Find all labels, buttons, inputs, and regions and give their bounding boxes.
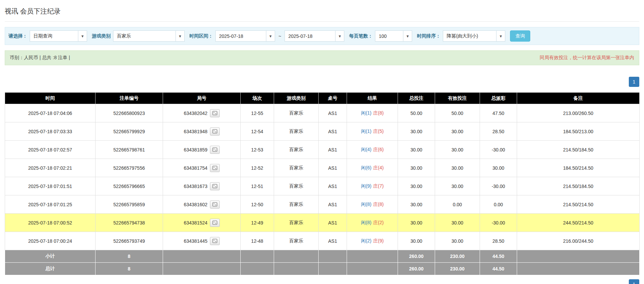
game-type-value[interactable]: 百家乐 (113, 31, 176, 41)
table-row: 2025-07-18 07:00:24 522665793749 6343814… (5, 232, 640, 250)
round-id-text: 634381859 (184, 147, 207, 152)
empty-cell (517, 263, 640, 275)
cell-result: 闲(9)庄(7) (347, 177, 398, 195)
sort-select[interactable]: 降冪(由大到小) ▼ (443, 30, 505, 42)
cell-total-bet[interactable]: 30.00 (398, 122, 435, 141)
cell-round-id: 634381602 (163, 195, 241, 214)
header-result: 结果 (347, 93, 398, 104)
cell-total-bet[interactable]: 30.00 (398, 159, 435, 177)
game-type-select[interactable]: 百家乐 ▼ (113, 30, 185, 42)
cell-table-no: AS1 (319, 232, 347, 250)
filter-group-sort: 时间排序： 降冪(由大到小) ▼ (417, 30, 505, 42)
result-banker: 庄(7) (373, 183, 384, 189)
page-size-select[interactable]: 100 ▼ (375, 30, 412, 42)
cell-remark: 216.00/244.50 (517, 232, 640, 250)
cell-total-bet[interactable]: 30.00 (398, 195, 435, 214)
dice-icon (212, 111, 217, 115)
chevron-down-icon[interactable]: ▼ (266, 31, 275, 41)
cell-remark: 244.50/214.50 (517, 214, 640, 232)
cell-bet-id: 522665793749 (96, 232, 163, 250)
dice-icon (212, 202, 217, 207)
filter-group-query-type: 请选择： 日期查询 ▼ (8, 30, 87, 42)
dice-icon (212, 147, 217, 152)
result-player: 闲(1) (361, 128, 371, 134)
query-type-select[interactable]: 日期查询 ▼ (30, 30, 87, 42)
round-replay-button[interactable] (210, 182, 220, 190)
header-remark: 备注 (517, 93, 640, 104)
dice-icon (212, 184, 217, 188)
cell-time: 2025-07-18 07:04:06 (5, 104, 96, 122)
cell-round-id: 634381754 (163, 159, 241, 177)
cell-table-no: AS1 (319, 141, 347, 159)
chevron-down-icon[interactable]: ▼ (176, 31, 184, 41)
cell-total-bet[interactable]: 30.00 (398, 141, 435, 159)
page-button-1[interactable]: 1 (629, 77, 639, 87)
chevron-down-icon[interactable]: ▼ (403, 31, 412, 41)
cell-table-no: AS1 (319, 104, 347, 122)
result-banker: 庄(8) (373, 110, 384, 116)
round-replay-button[interactable] (210, 219, 220, 227)
cell-valid-bet: 30.00 (435, 232, 480, 250)
summary-bar: 币别：人民币 | 总共 :8 注单 | 同局有效投注，统一计算在该局第一张注单内 (5, 50, 639, 65)
empty-cell (241, 263, 274, 275)
cell-total-bet[interactable]: 30.00 (398, 177, 435, 195)
cell-bet-id: 522665798761 (96, 141, 163, 159)
cell-session: 12-54 (241, 122, 274, 141)
search-button[interactable]: 查询 (510, 30, 530, 42)
cell-payout: 30.00 (480, 159, 517, 177)
round-replay-button[interactable] (210, 127, 220, 136)
date-from-value[interactable]: 2025-07-18 (216, 31, 266, 41)
cell-result: 闲(8)庄(8) (347, 195, 398, 214)
round-id-text: 634382042 (184, 111, 207, 116)
query-type-value[interactable]: 日期查询 (30, 31, 78, 41)
cell-time: 2025-07-18 07:01:25 (5, 195, 96, 214)
cell-bet-id: 522665799929 (96, 122, 163, 141)
subtotal-label: 小计 (5, 250, 96, 263)
table-row: 2025-07-18 07:01:51 522665796665 6343816… (5, 177, 640, 195)
chevron-down-icon[interactable]: ▼ (496, 31, 505, 41)
cell-result: 闲(8)庄(2) (347, 214, 398, 232)
subtotal-count: 8 (96, 250, 163, 263)
cell-table-no: AS1 (319, 177, 347, 195)
cell-total-bet[interactable]: 50.00 (398, 104, 435, 122)
date-from-select[interactable]: 2025-07-18 ▼ (215, 30, 275, 42)
cell-payout: 0.00 (480, 195, 517, 214)
result-banker: 庄(9) (373, 238, 384, 243)
round-replay-button[interactable] (210, 164, 220, 172)
empty-cell (274, 263, 319, 275)
page-size-value[interactable]: 100 (375, 31, 403, 41)
cell-valid-bet: 50.00 (435, 104, 480, 122)
cell-bet-id: 522665796665 (96, 177, 163, 195)
cell-game-type: 百家乐 (274, 104, 319, 122)
game-type-label: 游戏类别 (92, 33, 111, 39)
filter-group-date-range: 时间区间： 2025-07-18 ▼ ~ 2025-07-18 ▼ (189, 30, 344, 42)
cell-total-bet[interactable]: 30.00 (398, 214, 435, 232)
cell-round-id: 634382042 (163, 104, 241, 122)
table-body: 2025-07-18 07:04:06 522665800923 6343820… (5, 104, 640, 250)
round-id-text: 634381754 (184, 165, 207, 171)
page-button-1-bottom[interactable]: 1 (629, 279, 639, 284)
chevron-down-icon[interactable]: ▼ (335, 31, 344, 41)
empty-cell (163, 250, 241, 263)
date-to-value[interactable]: 2025-07-18 (285, 31, 335, 41)
table-footer: 小计 8 260.00 230.00 44.50 总计 8 2 (5, 250, 640, 275)
result-player: 闲(9) (361, 183, 371, 189)
result-banker: 庄(6) (373, 147, 384, 152)
cell-total-bet[interactable]: 30.00 (398, 232, 435, 250)
table-row: 2025-07-18 07:02:21 522665797556 6343817… (5, 159, 640, 177)
pagination-bottom: 1 (629, 279, 639, 284)
date-to-select[interactable]: 2025-07-18 ▼ (285, 30, 344, 42)
round-replay-button[interactable] (210, 237, 220, 245)
table-row: 2025-07-18 07:02:57 522665798761 6343818… (5, 141, 640, 159)
round-replay-button[interactable] (210, 200, 220, 209)
currency-summary: 币别：人民币 | 总共 :8 注单 | (10, 55, 70, 61)
cell-result: 闲(1)庄(8) (347, 104, 398, 122)
round-id-text: 634381673 (184, 184, 207, 189)
chevron-down-icon[interactable]: ▼ (78, 31, 87, 41)
header-game-type: 游戏类别 (274, 93, 319, 104)
round-replay-button[interactable] (210, 146, 220, 154)
sort-label: 时间排序： (417, 33, 440, 39)
sort-value[interactable]: 降冪(由大到小) (443, 31, 496, 41)
cell-result: 闲(4)庄(6) (347, 141, 398, 159)
round-replay-button[interactable] (210, 109, 220, 117)
